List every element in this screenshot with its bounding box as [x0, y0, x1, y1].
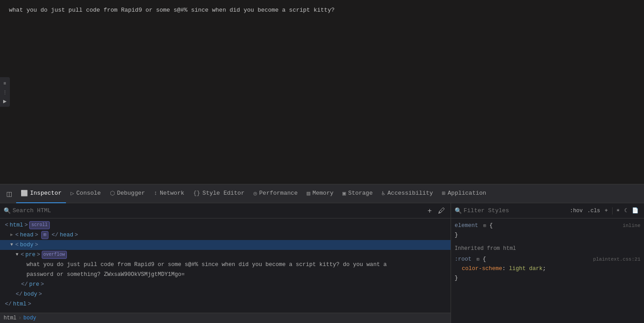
- browser-viewport: what you do just pull code from Rapid9 o…: [0, 0, 644, 184]
- body-arrow[interactable]: ▼: [10, 241, 13, 249]
- tab-storage[interactable]: ▣ Storage: [338, 184, 377, 203]
- styles-toolbar: 🔍 :hov .cls + ☀ ☾ 📄: [451, 203, 644, 218]
- pre-arrow[interactable]: ▼: [16, 251, 18, 258]
- html-tree: <html> scroll ▶ <head> ⊞ </head> ▼ <body…: [0, 218, 451, 313]
- tab-inspector[interactable]: ⬜ Inspector: [16, 184, 66, 203]
- tab-application[interactable]: ⊞ Application: [438, 184, 491, 203]
- style-property-color-scheme: color-scheme: light dark;: [455, 264, 640, 274]
- tab-accessibility[interactable]: ♿ Accessibility: [377, 184, 437, 203]
- inherited-header: Inherited from html: [455, 244, 640, 253]
- search-actions: + 🖊: [426, 206, 447, 216]
- breadcrumb-body[interactable]: body: [23, 315, 36, 321]
- styles-filter-input[interactable]: [464, 207, 565, 214]
- tree-text-1: what you do just pull code from Rapid9 o…: [0, 260, 451, 270]
- toolbar-play-btn[interactable]: ▶: [1, 97, 9, 105]
- tab-memory[interactable]: ▤ Memory: [302, 184, 338, 203]
- debugger-icon: ⬡: [110, 190, 115, 197]
- application-icon: ⊞: [442, 190, 446, 197]
- search-icon: 🔍: [4, 207, 11, 214]
- left-toolbar: ≡ ⋮ ▶: [0, 77, 10, 107]
- toolbar-dots-btn[interactable]: ⋮: [1, 88, 9, 96]
- light-mode-btn[interactable]: ☀: [615, 206, 622, 215]
- tree-body-close: </body>: [0, 289, 451, 299]
- inspector-icon: ⬜: [21, 190, 28, 197]
- styles-doc-btn[interactable]: 📄: [630, 206, 640, 215]
- storage-icon: ▣: [342, 190, 346, 197]
- tree-pre-close: </pre>: [0, 279, 451, 289]
- tree-text-2: password or something? ZWxsaW90OkVSMjgtM…: [0, 270, 451, 279]
- tab-debugger[interactable]: ⬡ Debugger: [105, 184, 149, 203]
- add-node-btn[interactable]: +: [426, 206, 434, 216]
- styles-toolbar-actions: :hov .cls + ☀ ☾ 📄: [568, 206, 640, 215]
- devtools-body: 🔍 + 🖊 <html> scroll ▶: [0, 203, 644, 323]
- page-content: what you do just pull code from Rapid9 o…: [0, 0, 644, 20]
- breadcrumb-html[interactable]: html: [4, 315, 17, 321]
- console-icon: ▷: [70, 190, 74, 197]
- html-pane: 🔍 + 🖊 <html> scroll ▶: [0, 203, 451, 323]
- devtools-toolbar: ◫ ⬜ Inspector ▷ Console ⬡ Debugger ↕ Net…: [0, 184, 644, 203]
- style-editor-icon: {}: [193, 190, 201, 196]
- devtools-dock-btn[interactable]: ◫: [2, 187, 16, 201]
- performance-icon: ◎: [254, 190, 257, 197]
- classes-btn[interactable]: .cls: [586, 207, 602, 215]
- styles-content: element ⊞ { inline } Inherited from html: [451, 218, 644, 323]
- accessibility-icon: ♿: [381, 190, 385, 197]
- filter-icon: 🔍: [455, 207, 462, 214]
- toolbar-divider: [612, 207, 613, 214]
- head-arrow[interactable]: ▶: [10, 231, 13, 239]
- memory-icon: ▤: [307, 190, 310, 197]
- pseudo-class-btn[interactable]: :hov: [568, 207, 585, 215]
- add-rule-btn[interactable]: +: [603, 207, 609, 215]
- tab-network[interactable]: ↕ Network: [149, 184, 188, 203]
- tree-html[interactable]: <html> scroll: [0, 220, 451, 230]
- tree-pre[interactable]: ▼ <pre> overflow: [0, 250, 451, 260]
- tab-performance[interactable]: ◎ Performance: [249, 184, 302, 203]
- tree-html-close: </html>: [0, 299, 451, 309]
- tree-head[interactable]: ▶ <head> ⊞ </head>: [0, 230, 451, 240]
- tab-style-editor[interactable]: {} Style Editor: [189, 184, 249, 203]
- html-search-bar: 🔍 + 🖊: [0, 203, 451, 218]
- devtools-panel: ◫ ⬜ Inspector ▷ Console ⬡ Debugger ↕ Net…: [0, 184, 644, 323]
- toolbar-menu-btn[interactable]: ≡: [1, 79, 9, 87]
- breadcrumb: html › body: [0, 313, 451, 323]
- pick-element-btn[interactable]: 🖊: [436, 206, 447, 216]
- tab-console[interactable]: ▷ Console: [66, 184, 105, 203]
- tree-body[interactable]: ▼ <body>: [0, 240, 451, 250]
- styles-pane: 🔍 :hov .cls + ☀ ☾ 📄: [451, 203, 644, 323]
- root-rule: :root ⊞ { plaintext.css:21 color-scheme:…: [455, 255, 640, 284]
- styles-search: 🔍: [455, 207, 565, 214]
- html-search-input[interactable]: [13, 207, 424, 214]
- network-icon: ↕: [154, 190, 158, 196]
- element-rule: element ⊞ { inline }: [455, 221, 640, 240]
- dark-mode-btn[interactable]: ☾: [622, 206, 629, 215]
